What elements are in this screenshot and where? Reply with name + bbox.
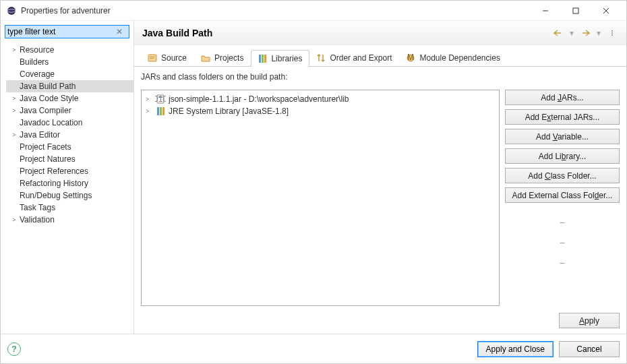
minimize-button[interactable] — [530, 1, 560, 20]
svg-rect-3 — [573, 8, 578, 13]
svg-rect-21 — [160, 107, 162, 115]
libraries-list[interactable]: >010json-simple-1.1.1.jar - D:\workspace… — [141, 90, 500, 306]
lib-icon — [155, 106, 166, 117]
page-title: Java Build Path — [142, 28, 551, 38]
sidebar-item-coverage[interactable]: Coverage — [6, 68, 133, 80]
cancel-button[interactable]: Cancel — [559, 341, 620, 357]
library-item[interactable]: >010json-simple-1.1.1.jar - D:\workspace… — [146, 93, 495, 105]
forward-menu-icon[interactable]: ▾ — [593, 27, 605, 39]
footer: ? Apply and Close Cancel — [1, 334, 626, 363]
forward-icon[interactable] — [579, 27, 591, 39]
chevron-right-icon: > — [10, 95, 18, 102]
tab-source[interactable]: Source — [141, 49, 194, 66]
sidebar-item-label: Project Natures — [18, 154, 76, 164]
add-jars-button[interactable]: Add JARs... — [505, 90, 620, 105]
sidebar-item-label: Project References — [18, 166, 88, 176]
sidebar-item-task-tags[interactable]: Task Tags — [6, 202, 133, 214]
window-title: Properties for adventurer — [21, 6, 530, 16]
sidebar-item-builders[interactable]: Builders — [6, 56, 133, 68]
tab-label: Source — [161, 53, 187, 63]
sidebar-item-project-facets[interactable]: Project Facets — [6, 141, 133, 153]
chevron-right-icon: > — [146, 96, 152, 102]
svg-point-0 — [7, 7, 16, 15]
maximize-button[interactable] — [560, 1, 591, 20]
sidebar-item-javadoc-location[interactable]: Javadoc Location — [6, 117, 133, 129]
sidebar-item-refactoring-history[interactable]: Refactoring History — [6, 177, 133, 189]
library-item[interactable]: >JRE System Library [JavaSE-1.8] — [146, 105, 495, 117]
sidebar-item-java-compiler[interactable]: >Java Compiler — [6, 104, 133, 117]
add-external-class-folder-button[interactable]: Add External Class Folder... — [505, 187, 620, 203]
sidebar-item-run-debug-settings[interactable]: Run/Debug Settings — [6, 189, 133, 202]
sidebar-item-label: Builders — [18, 57, 49, 67]
disabled-dash-2: _ — [505, 234, 620, 243]
help-icon[interactable]: ? — [7, 342, 21, 356]
tab-module-dependencies[interactable]: MModule Dependencies — [399, 49, 507, 66]
svg-rect-10 — [150, 57, 155, 57]
sidebar-item-label: Java Compiler — [18, 106, 71, 115]
sidebar-item-validation[interactable]: >Validation — [6, 214, 133, 226]
svg-point-6 — [611, 30, 613, 32]
projects-icon — [200, 53, 211, 63]
clear-filter-icon[interactable]: ✕ — [116, 27, 123, 36]
sidebar-item-label: Javadoc Location — [18, 118, 82, 127]
tab-libraries[interactable]: Libraries — [251, 50, 309, 67]
tab-label: Libraries — [271, 54, 302, 63]
svg-rect-11 — [150, 58, 154, 59]
sidebar-item-java-editor[interactable]: >Java Editor — [6, 129, 133, 141]
jar-icon: 010 — [155, 94, 166, 104]
svg-rect-13 — [262, 55, 264, 63]
add-variable-button[interactable]: Add Variable... — [505, 129, 620, 144]
svg-text:010: 010 — [155, 94, 166, 104]
apply-and-close-button[interactable]: Apply and Close — [477, 341, 554, 357]
sidebar-item-label: Project Facets — [18, 142, 71, 152]
sidebar-item-label: Java Editor — [18, 130, 60, 140]
add-class-folder-button[interactable]: Add Class Folder... — [505, 168, 620, 183]
sidebar-item-project-natures[interactable]: Project Natures — [6, 153, 133, 165]
page-header: Java Build Path ▾ ▾ — [134, 21, 626, 45]
tab-label: Module Dependencies — [419, 53, 500, 63]
titlebar: Properties for adventurer — [1, 1, 626, 21]
svg-point-8 — [611, 34, 613, 36]
tab-order-and-export[interactable]: Order and Export — [309, 49, 399, 66]
eclipse-icon — [6, 5, 17, 16]
tab-projects[interactable]: Projects — [194, 49, 251, 66]
order-and-export-icon — [316, 53, 326, 63]
filter-input[interactable] — [5, 25, 129, 38]
svg-text:M: M — [407, 53, 414, 62]
back-menu-icon[interactable]: ▾ — [566, 27, 578, 39]
svg-rect-14 — [264, 55, 266, 63]
sidebar-item-resource[interactable]: >Resource — [6, 44, 133, 56]
tab-bar: SourceProjectsLibrariesOrder and ExportM… — [134, 45, 626, 67]
category-tree[interactable]: >ResourceBuildersCoverageJava Build Path… — [1, 42, 133, 334]
chevron-right-icon: > — [10, 131, 18, 138]
add-external-jars-button[interactable]: Add External JARs... — [505, 109, 620, 125]
button-column: Add JARs... Add External JARs... Add Var… — [505, 90, 620, 306]
sidebar-item-label: Refactoring History — [18, 179, 88, 188]
sidebar-item-project-references[interactable]: Project References — [6, 165, 133, 177]
add-library-button[interactable]: Add Library... — [505, 148, 620, 164]
sidebar-item-java-code-style[interactable]: >Java Code Style — [6, 92, 133, 104]
svg-rect-22 — [162, 107, 165, 115]
library-item-label: json-simple-1.1.1.jar - D:\workspace\adv… — [169, 94, 349, 104]
module-dependencies-icon: M — [405, 53, 416, 63]
library-item-label: JRE System Library [JavaSE-1.8] — [169, 107, 289, 116]
tab-label: Order and Export — [330, 53, 392, 63]
svg-rect-20 — [157, 107, 159, 115]
chevron-right-icon: > — [10, 47, 18, 53]
list-caption: JARs and class folders on the build path… — [141, 72, 620, 82]
sidebar-item-java-build-path[interactable]: Java Build Path — [6, 80, 133, 92]
sidebar-item-label: Validation — [18, 215, 55, 224]
disabled-dash-1: _ — [505, 214, 620, 223]
sidebar-item-label: Java Code Style — [18, 94, 78, 103]
apply-button[interactable]: Apply — [559, 313, 620, 328]
sidebar-item-label: Resource — [18, 45, 54, 55]
svg-rect-12 — [259, 55, 261, 63]
close-button[interactable] — [591, 1, 621, 20]
back-icon[interactable] — [552, 27, 564, 39]
sidebar: ✕ >ResourceBuildersCoverageJava Build Pa… — [1, 21, 134, 334]
sidebar-item-label: Task Tags — [18, 203, 55, 212]
tab-label: Projects — [214, 53, 243, 63]
chevron-right-icon: > — [10, 216, 18, 223]
sidebar-item-label: Coverage — [18, 69, 55, 79]
view-menu-icon[interactable] — [606, 27, 618, 39]
